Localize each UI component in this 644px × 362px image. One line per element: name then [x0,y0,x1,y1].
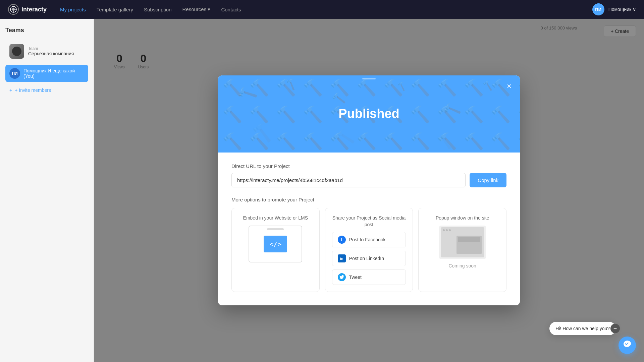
copy-link-button[interactable]: Copy link [470,173,506,187]
chat-messenger-icon [623,340,632,351]
scroll-hint [362,78,376,79]
embed-title: Embed in your Website or LMS [243,215,308,222]
popup-option-card: Popup window on the site [418,208,506,292]
coming-soon-label: Coming soon [448,263,476,268]
nav-subscription[interactable]: Subscription [144,7,172,12]
popup-title: Popup window on the site [436,215,489,222]
brand: interacty [8,4,47,15]
chat-open-button[interactable] [619,337,636,354]
team-avatar [9,44,24,59]
post-to-linkedin-button[interactable]: in Post on LinkedIn [332,251,406,266]
modal-overlay[interactable]: 🔨 🔨 🔨 🔨 🔨 🔨 🔨 🔨 🔨 Published × Direct URL… [94,19,644,362]
tweet-label: Tweet [349,275,362,280]
invite-label: + Invite members [15,87,51,93]
deco-hammer-5: 🔨 [441,100,462,120]
promote-label: More options to promote your Project [231,197,506,202]
user-avatar[interactable]: ПИ [592,3,604,15]
modal-body: Direct URL to your Project Copy link Mor… [218,153,520,305]
deco-hammer-2: 🔨 [283,77,298,92]
deco-hammer-6: 🔨 [482,79,494,92]
embed-preview: </> [249,226,302,262]
brand-icon [8,4,19,15]
social-title: Share your Project as Social media post [332,215,406,228]
user-name[interactable]: Помощник ∨ [608,7,636,12]
post-to-facebook-button[interactable]: f Post to Facebook [332,232,406,247]
twitter-icon [338,273,346,281]
navbar: interacty My projects Template gallery S… [0,0,644,19]
team-item[interactable]: Team Серьёзная компания [5,41,88,62]
social-buttons: f Post to Facebook in Post on LinkedIn [332,232,406,285]
modal-header: 🔨 🔨 🔨 🔨 🔨 🔨 🔨 🔨 🔨 Published × [218,75,520,153]
deco-hammer-4: 🔨 [396,81,407,92]
invite-members[interactable]: + + Invite members [5,85,88,96]
nav-links: My projects Template gallery Subscriptio… [60,6,592,12]
deco-hammer-7: 🔨 [251,122,273,143]
url-row: Copy link [231,173,506,187]
nav-resources[interactable]: Resources ▾ [182,6,211,12]
minimize-icon: − [613,325,617,332]
deco-hammer-9: 🔨 [435,132,454,150]
chat-minimize-button[interactable]: − [610,324,620,333]
linkedin-label: Post on LinkedIn [349,256,384,261]
deco-hammer-8: 🔨 [333,126,356,148]
chat-bubble-text: Hi! How can we help you? [555,326,610,331]
modal: 🔨 🔨 🔨 🔨 🔨 🔨 🔨 🔨 🔨 Published × Direct URL… [218,75,520,305]
deco-hammer-3: 🔨 [331,91,346,106]
svg-point-1 [12,8,15,11]
linkedin-icon: in [338,254,346,262]
nav-my-projects[interactable]: My projects [60,7,86,12]
embed-code-icon: </> [264,236,287,252]
main-area: Teams Team Серьёзная компания ПИ Помощни… [0,19,644,362]
options-grid: Embed in your Website or LMS </> Share y… [231,208,506,292]
modal-close-button[interactable]: × [504,81,515,92]
sidebar: Teams Team Серьёзная компания ПИ Помощни… [0,19,94,362]
sidebar-user-item[interactable]: ПИ Помощник И еще какой (You) [5,65,88,82]
sidebar-user-name: Помощник И еще какой (You) [23,68,84,79]
nav-template-gallery[interactable]: Template gallery [97,7,133,12]
embed-bar [267,228,284,230]
nav-right: ПИ Помощник ∨ [592,3,636,15]
deco-hammer-1: 🔨 [235,82,259,105]
team-name: Серьёзная компания [28,51,74,56]
nav-contacts[interactable]: Contacts [221,7,241,12]
facebook-label: Post to Facebook [349,237,386,242]
chat-bubble: Hi! How can we help you? [549,322,616,335]
embed-option-card: Embed in your Website or LMS </> [231,208,320,292]
right-content: + Create 0 of 150 000 views 0 Views 0 Us… [94,19,644,362]
url-section-label: Direct URL to your Project [231,163,506,169]
social-option-card: Share your Project as Social media post … [325,208,413,292]
team-info: Team Серьёзная компания [28,46,74,56]
url-input[interactable] [231,173,466,187]
sidebar-user-avatar: ПИ [9,68,20,79]
team-label: Team [28,46,74,51]
sidebar-title: Teams [5,27,88,34]
brand-name: interacty [21,6,47,13]
popup-preview [439,226,486,259]
plus-icon: + [9,87,12,93]
tweet-button[interactable]: Tweet [332,269,406,285]
facebook-icon: f [338,236,346,244]
modal-title: Published [338,107,399,121]
